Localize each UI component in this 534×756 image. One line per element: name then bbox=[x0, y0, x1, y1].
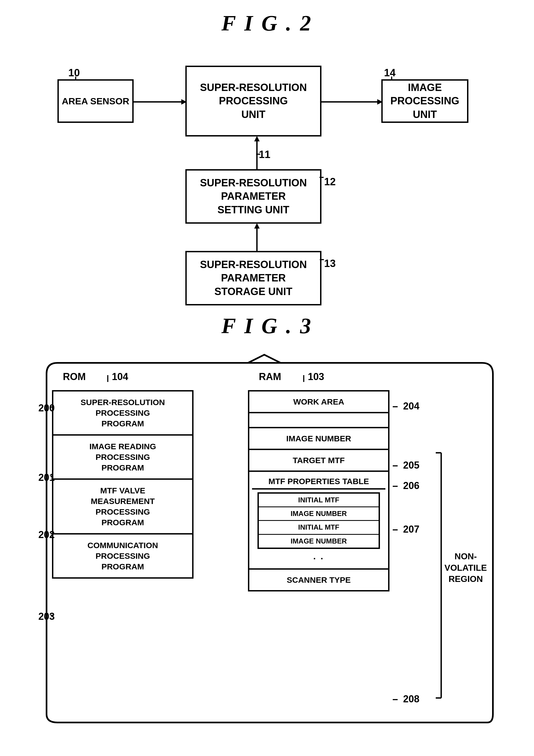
fig3-title: F I G . 3 bbox=[22, 313, 512, 338]
super-res-param-setting-box: SUPER-RESOLUTION PARAMETER SETTING UNIT bbox=[185, 169, 321, 224]
arrow-sensor-to-proc bbox=[134, 95, 187, 109]
fig2-title: F I G . 2 bbox=[22, 11, 512, 36]
area-sensor-box: AREA SENSOR bbox=[58, 79, 134, 123]
ref-207: 207 bbox=[393, 524, 420, 535]
ref200-arrow bbox=[51, 407, 132, 448]
mtf-props-label: MTF PROPERTIES TABLE bbox=[252, 474, 385, 490]
ref13-tick bbox=[320, 260, 328, 268]
rom-label: ROM bbox=[63, 371, 86, 383]
ram-target-mtf: TARGET MTF bbox=[249, 450, 388, 472]
ram-spacer bbox=[249, 413, 388, 428]
ref-208: 208 bbox=[393, 693, 420, 705]
dots-row: · · bbox=[252, 552, 385, 566]
ram-scanner-type: SCANNER TYPE bbox=[249, 570, 388, 590]
ram-image-number: IMAGE NUMBER bbox=[249, 428, 388, 450]
svg-marker-5 bbox=[181, 99, 187, 105]
mtf-inner-row-2: INITIAL MTF bbox=[259, 521, 379, 534]
ref203-arrow bbox=[51, 615, 132, 656]
ref-204: 204 bbox=[393, 400, 420, 412]
mtf-inner-row-0: INITIAL MTF bbox=[259, 494, 379, 507]
ref12-tick bbox=[319, 177, 328, 185]
fig2-section: F I G . 2 10 14 AREA SENSOR SUPER-RESOLU… bbox=[0, 0, 534, 297]
ram-block: WORK AREA IMAGE NUMBER TARGET MTF MTF PR… bbox=[248, 390, 390, 591]
ram-label: RAM bbox=[259, 371, 281, 383]
fig2-diagram: 10 14 AREA SENSOR SUPER-RESOLUTION PROCE… bbox=[49, 52, 485, 297]
fig3-section: F I G . 3 ROM 104 RAM 103 SUPER-RESOLUTI… bbox=[0, 297, 534, 722]
super-res-proc-box: SUPER-RESOLUTION PROCESSING UNIT bbox=[185, 66, 321, 137]
ram-work-area: WORK AREA bbox=[249, 392, 388, 413]
fig3-diagram: ROM 104 RAM 103 SUPER-RESOLUTION PROCESS… bbox=[36, 355, 498, 722]
mtf-inner-row-1: IMAGE NUMBER bbox=[259, 507, 379, 521]
ref11-tick bbox=[256, 151, 264, 157]
image-proc-box: IMAGE PROCESSING UNIT bbox=[381, 79, 469, 123]
mtf-inner-table: INITIAL MTF IMAGE NUMBER INITIAL MTF IMA… bbox=[258, 492, 380, 549]
ref-206: 206 bbox=[393, 480, 420, 492]
ref-205: 205 bbox=[393, 460, 420, 471]
svg-marker-9 bbox=[254, 136, 260, 141]
ref201-arrow bbox=[51, 476, 132, 517]
ref202-arrow bbox=[51, 534, 132, 575]
nonvolatile-text: NON- VOLATILE REGION bbox=[444, 551, 488, 585]
mtf-props-section: MTF PROPERTIES TABLE INITIAL MTF IMAGE N… bbox=[249, 472, 388, 570]
arrow-storage-to-setting bbox=[250, 223, 264, 252]
svg-marker-12 bbox=[254, 223, 260, 229]
svg-marker-7 bbox=[377, 99, 383, 105]
mtf-inner-row-3: IMAGE NUMBER bbox=[259, 535, 379, 548]
arrow-proc-to-image bbox=[321, 95, 383, 109]
